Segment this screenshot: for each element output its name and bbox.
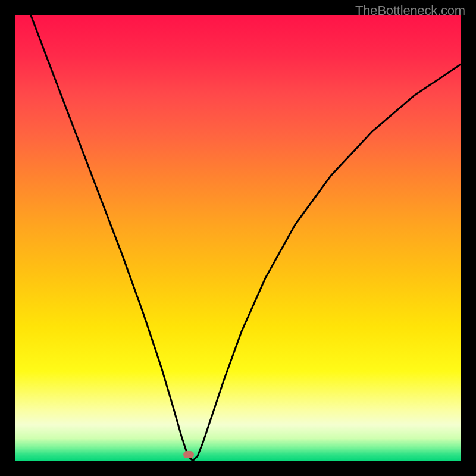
bottleneck-curve	[15, 15, 461, 461]
optimal-marker	[183, 451, 194, 458]
curve-path	[31, 15, 461, 461]
plot-area	[15, 15, 461, 461]
